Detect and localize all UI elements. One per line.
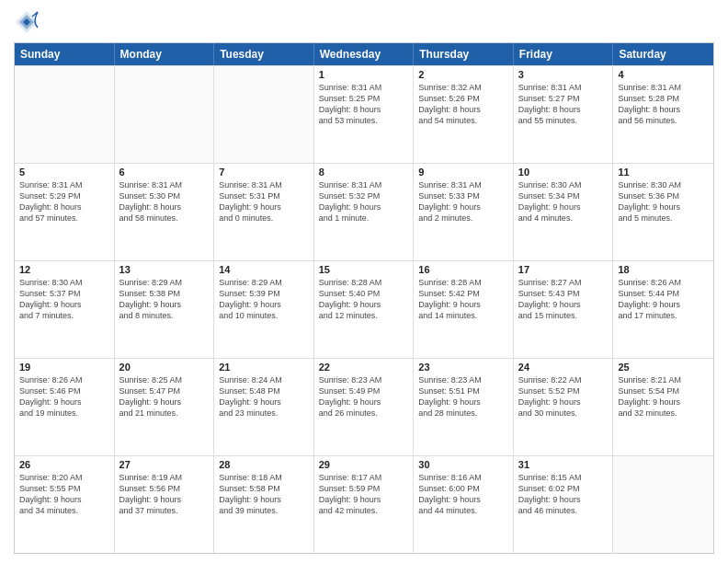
day-content: Sunrise: 8:31 AM Sunset: 5:27 PM Dayligh… — [518, 82, 609, 127]
calendar-day-cell: 24Sunrise: 8:22 AM Sunset: 5:52 PM Dayli… — [514, 359, 614, 455]
day-content: Sunrise: 8:31 AM Sunset: 5:30 PM Dayligh… — [119, 179, 210, 224]
day-number: 11 — [618, 167, 709, 178]
calendar-day-cell: 20Sunrise: 8:25 AM Sunset: 5:47 PM Dayli… — [115, 359, 215, 455]
day-content: Sunrise: 8:18 AM Sunset: 5:58 PM Dayligh… — [219, 472, 309, 517]
day-content: Sunrise: 8:31 AM Sunset: 5:32 PM Dayligh… — [319, 179, 409, 224]
calendar-empty-cell — [214, 66, 314, 163]
day-content: Sunrise: 8:26 AM Sunset: 5:46 PM Dayligh… — [19, 374, 109, 419]
logo-icon — [14, 9, 40, 35]
calendar-day-cell: 19Sunrise: 8:26 AM Sunset: 5:46 PM Dayli… — [15, 359, 115, 455]
calendar-day-cell: 1Sunrise: 8:31 AM Sunset: 5:25 PM Daylig… — [314, 66, 415, 163]
calendar-day-cell: 31Sunrise: 8:15 AM Sunset: 6:02 PM Dayli… — [514, 456, 614, 553]
day-of-week-header: Friday — [514, 43, 614, 65]
day-number: 6 — [119, 167, 210, 178]
calendar-week-row: 1Sunrise: 8:31 AM Sunset: 5:25 PM Daylig… — [15, 65, 713, 163]
day-content: Sunrise: 8:28 AM Sunset: 5:42 PM Dayligh… — [418, 277, 508, 322]
day-content: Sunrise: 8:32 AM Sunset: 5:26 PM Dayligh… — [418, 82, 508, 127]
day-content: Sunrise: 8:17 AM Sunset: 5:59 PM Dayligh… — [319, 472, 409, 517]
day-content: Sunrise: 8:22 AM Sunset: 5:52 PM Dayligh… — [518, 374, 609, 419]
calendar-day-cell: 27Sunrise: 8:19 AM Sunset: 5:56 PM Dayli… — [115, 456, 215, 553]
calendar-day-cell: 2Sunrise: 8:32 AM Sunset: 5:26 PM Daylig… — [414, 66, 514, 163]
calendar-empty-cell — [115, 66, 215, 163]
calendar-day-cell: 30Sunrise: 8:16 AM Sunset: 6:00 PM Dayli… — [414, 456, 514, 553]
day-number: 31 — [518, 459, 609, 470]
day-content: Sunrise: 8:28 AM Sunset: 5:40 PM Dayligh… — [319, 277, 409, 322]
day-content: Sunrise: 8:21 AM Sunset: 5:54 PM Dayligh… — [618, 374, 709, 419]
calendar-day-cell: 7Sunrise: 8:31 AM Sunset: 5:31 PM Daylig… — [214, 164, 314, 260]
day-of-week-header: Wednesday — [314, 43, 415, 65]
day-content: Sunrise: 8:25 AM Sunset: 5:47 PM Dayligh… — [119, 374, 210, 419]
calendar-day-cell: 29Sunrise: 8:17 AM Sunset: 5:59 PM Dayli… — [314, 456, 415, 553]
calendar-day-cell: 6Sunrise: 8:31 AM Sunset: 5:30 PM Daylig… — [115, 164, 215, 260]
day-content: Sunrise: 8:31 AM Sunset: 5:31 PM Dayligh… — [219, 179, 309, 224]
calendar-empty-cell — [613, 456, 713, 553]
day-number: 25 — [618, 362, 709, 373]
day-content: Sunrise: 8:16 AM Sunset: 6:00 PM Dayligh… — [418, 472, 508, 517]
day-number: 21 — [219, 362, 309, 373]
day-content: Sunrise: 8:29 AM Sunset: 5:39 PM Dayligh… — [219, 277, 309, 322]
calendar-day-cell: 23Sunrise: 8:23 AM Sunset: 5:51 PM Dayli… — [414, 359, 514, 455]
day-content: Sunrise: 8:30 AM Sunset: 5:37 PM Dayligh… — [19, 277, 109, 322]
logo — [14, 9, 43, 35]
calendar-day-cell: 5Sunrise: 8:31 AM Sunset: 5:29 PM Daylig… — [15, 164, 115, 260]
day-content: Sunrise: 8:26 AM Sunset: 5:44 PM Dayligh… — [618, 277, 709, 322]
day-content: Sunrise: 8:15 AM Sunset: 6:02 PM Dayligh… — [518, 472, 609, 517]
day-number: 4 — [618, 69, 709, 80]
day-number: 28 — [219, 459, 309, 470]
calendar-day-cell: 4Sunrise: 8:31 AM Sunset: 5:28 PM Daylig… — [613, 66, 713, 163]
calendar-day-cell: 9Sunrise: 8:31 AM Sunset: 5:33 PM Daylig… — [414, 164, 514, 260]
day-number: 8 — [319, 167, 409, 178]
day-content: Sunrise: 8:31 AM Sunset: 5:28 PM Dayligh… — [618, 82, 709, 127]
calendar-day-cell: 17Sunrise: 8:27 AM Sunset: 5:43 PM Dayli… — [514, 261, 614, 358]
calendar-day-cell: 18Sunrise: 8:26 AM Sunset: 5:44 PM Dayli… — [613, 261, 713, 358]
calendar-day-cell: 12Sunrise: 8:30 AM Sunset: 5:37 PM Dayli… — [15, 261, 115, 358]
day-number: 12 — [19, 264, 109, 275]
day-content: Sunrise: 8:24 AM Sunset: 5:48 PM Dayligh… — [219, 374, 309, 419]
day-number: 15 — [319, 264, 409, 275]
calendar-day-cell: 8Sunrise: 8:31 AM Sunset: 5:32 PM Daylig… — [314, 164, 415, 260]
calendar-week-row: 19Sunrise: 8:26 AM Sunset: 5:46 PM Dayli… — [15, 358, 713, 455]
calendar-week-row: 12Sunrise: 8:30 AM Sunset: 5:37 PM Dayli… — [15, 260, 713, 358]
day-number: 27 — [119, 459, 210, 470]
day-of-week-header: Monday — [115, 43, 215, 65]
calendar-day-cell: 11Sunrise: 8:30 AM Sunset: 5:36 PM Dayli… — [613, 164, 713, 260]
day-number: 1 — [319, 69, 409, 80]
day-content: Sunrise: 8:30 AM Sunset: 5:36 PM Dayligh… — [618, 179, 709, 224]
day-number: 16 — [418, 264, 508, 275]
calendar-week-row: 5Sunrise: 8:31 AM Sunset: 5:29 PM Daylig… — [15, 163, 713, 260]
day-number: 2 — [418, 69, 508, 80]
calendar-day-cell: 3Sunrise: 8:31 AM Sunset: 5:27 PM Daylig… — [514, 66, 614, 163]
calendar-day-cell: 26Sunrise: 8:20 AM Sunset: 5:55 PM Dayli… — [15, 456, 115, 553]
day-content: Sunrise: 8:27 AM Sunset: 5:43 PM Dayligh… — [518, 277, 609, 322]
day-content: Sunrise: 8:19 AM Sunset: 5:56 PM Dayligh… — [119, 472, 210, 517]
day-number: 29 — [319, 459, 409, 470]
day-number: 3 — [518, 69, 609, 80]
day-number: 24 — [518, 362, 609, 373]
header — [14, 9, 714, 35]
calendar-day-cell: 15Sunrise: 8:28 AM Sunset: 5:40 PM Dayli… — [314, 261, 415, 358]
day-number: 7 — [219, 167, 309, 178]
day-number: 23 — [418, 362, 508, 373]
calendar-day-cell: 14Sunrise: 8:29 AM Sunset: 5:39 PM Dayli… — [214, 261, 314, 358]
day-number: 22 — [319, 362, 409, 373]
day-content: Sunrise: 8:31 AM Sunset: 5:25 PM Dayligh… — [319, 82, 409, 127]
calendar-week-row: 26Sunrise: 8:20 AM Sunset: 5:55 PM Dayli… — [15, 455, 713, 553]
calendar-header: SundayMondayTuesdayWednesdayThursdayFrid… — [15, 43, 713, 65]
calendar: SundayMondayTuesdayWednesdayThursdayFrid… — [14, 42, 714, 554]
day-content: Sunrise: 8:29 AM Sunset: 5:38 PM Dayligh… — [119, 277, 210, 322]
day-number: 30 — [418, 459, 508, 470]
day-number: 19 — [19, 362, 109, 373]
day-number: 26 — [19, 459, 109, 470]
day-content: Sunrise: 8:23 AM Sunset: 5:49 PM Dayligh… — [319, 374, 409, 419]
day-number: 9 — [418, 167, 508, 178]
day-content: Sunrise: 8:31 AM Sunset: 5:33 PM Dayligh… — [418, 179, 508, 224]
day-number: 10 — [518, 167, 609, 178]
calendar-day-cell: 16Sunrise: 8:28 AM Sunset: 5:42 PM Dayli… — [414, 261, 514, 358]
calendar-empty-cell — [15, 66, 115, 163]
calendar-day-cell: 21Sunrise: 8:24 AM Sunset: 5:48 PM Dayli… — [214, 359, 314, 455]
calendar-day-cell: 28Sunrise: 8:18 AM Sunset: 5:58 PM Dayli… — [214, 456, 314, 553]
day-content: Sunrise: 8:30 AM Sunset: 5:34 PM Dayligh… — [518, 179, 609, 224]
day-content: Sunrise: 8:23 AM Sunset: 5:51 PM Dayligh… — [418, 374, 508, 419]
calendar-day-cell: 10Sunrise: 8:30 AM Sunset: 5:34 PM Dayli… — [514, 164, 614, 260]
calendar-day-cell: 22Sunrise: 8:23 AM Sunset: 5:49 PM Dayli… — [314, 359, 415, 455]
